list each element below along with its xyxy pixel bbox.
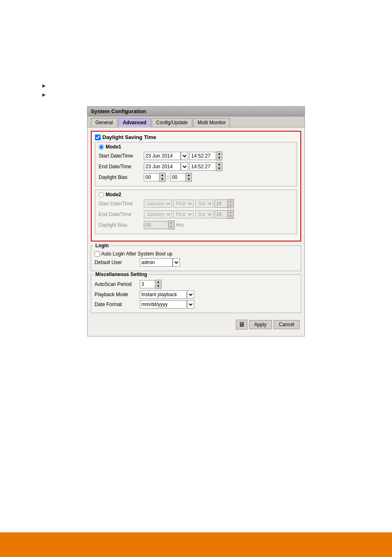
dst-section: Daylight Saving Time Mode1 Start Date/Ti… xyxy=(91,131,301,241)
dst-checkbox[interactable] xyxy=(95,135,101,140)
mode1-radio[interactable] xyxy=(99,144,104,150)
mode1-bias-h-up[interactable]: ▲ xyxy=(159,173,165,177)
default-user-label: Default User xyxy=(95,260,140,265)
autoscan-input[interactable] xyxy=(140,280,155,288)
mode2-start-hour-spinners: ▲ ▼ xyxy=(228,199,234,208)
bottom-bar xyxy=(0,532,392,557)
mode2-bias-up[interactable]: ▲ xyxy=(168,221,174,225)
autoscan-up[interactable]: ▲ xyxy=(155,280,161,284)
mode1-bias-h-input[interactable] xyxy=(144,173,159,181)
mode2-bias-group: ▲ ▼ xyxy=(144,220,175,230)
misc-section-title: Miscellaneous Setting xyxy=(94,272,149,277)
auto-login-label: Auto Login After System Boot up xyxy=(101,251,172,257)
mode1-start-time-up[interactable]: ▲ xyxy=(216,152,222,156)
default-user-dropdown[interactable]: admin xyxy=(173,258,180,267)
mode1-bias-m-up[interactable]: ▲ xyxy=(186,173,191,177)
help-icon: 🖥 xyxy=(238,321,245,328)
mode2-start-week[interactable]: First xyxy=(173,200,194,208)
mode2-bias-down[interactable]: ▼ xyxy=(168,225,174,229)
date-format-dropdown[interactable]: mm/dd/yyyy xyxy=(187,300,194,309)
mode2-end-hour-spinners: ▲ ▼ xyxy=(228,210,234,219)
playback-dropdown[interactable]: Instant playback xyxy=(187,290,194,299)
mode1-start-time-down[interactable]: ▼ xyxy=(216,156,222,160)
buttons-row: 🖥 Apply Cancel xyxy=(91,316,301,333)
playback-row: Playback Mode Instant playback xyxy=(95,290,297,299)
mode1-end-date-group xyxy=(144,162,188,171)
mode2-end-month[interactable]: January xyxy=(144,210,172,218)
mode1-end-label: End Date/Time xyxy=(99,164,144,169)
mode2-start-hour-up[interactable]: ▲ xyxy=(228,200,233,204)
mode1-end-time-group: ▲ ▼ xyxy=(189,162,222,171)
auto-login-checkbox[interactable] xyxy=(95,251,100,257)
default-user-input[interactable] xyxy=(140,258,173,267)
mode1-bias-m-input[interactable] xyxy=(170,173,186,181)
help-icon-btn[interactable]: 🖥 xyxy=(236,320,247,330)
mode1-end-date-input[interactable] xyxy=(144,162,181,171)
tabs-bar: General Advanced Config/Update Multi Mon… xyxy=(88,116,304,128)
mode1-start-time-input[interactable] xyxy=(189,152,216,160)
mode1-bias-h-group: ▲ ▼ xyxy=(144,173,166,182)
mode2-bias-spinners: ▲ ▼ xyxy=(168,220,175,230)
tab-advanced[interactable]: Advanced xyxy=(118,118,151,127)
date-format-row: Date Format mm/dd/yyyy xyxy=(95,300,297,309)
tab-config-update[interactable]: Config/Update xyxy=(152,118,192,127)
mode2-start-row: Start Date/Time January First Sun xyxy=(99,199,293,208)
mode2-end-hour-input[interactable] xyxy=(214,210,228,218)
bullet-item-2: ► xyxy=(41,91,367,98)
arrow-icon-2: ► xyxy=(41,91,47,98)
mode2-bias-row: Daylight Bias ▲ ▼ Hrs. xyxy=(99,220,293,230)
cancel-button[interactable]: Cancel xyxy=(274,320,300,329)
dialog-body: Daylight Saving Time Mode1 Start Date/Ti… xyxy=(88,128,304,336)
mode2-end-hour-down[interactable]: ▼ xyxy=(228,214,233,218)
autoscan-group: ▲ ▼ xyxy=(140,280,161,289)
mode2-bias-input[interactable] xyxy=(144,221,168,229)
mode1-bias-h-down[interactable]: ▼ xyxy=(159,177,165,181)
mode1-end-time-up[interactable]: ▲ xyxy=(216,162,222,167)
mode2-start-label: Start Date/Time xyxy=(99,201,144,207)
autoscan-row: AutoScan Period ▲ ▼ xyxy=(95,280,297,289)
mode2-start-hour-input[interactable] xyxy=(214,200,228,208)
mode2-end-row: End Date/Time January First Sun xyxy=(99,210,293,219)
mode1-bias-m-spinners: ▲ ▼ xyxy=(186,173,192,182)
dst-title-row: Daylight Saving Time xyxy=(95,134,297,140)
mode2-end-week[interactable]: First xyxy=(173,210,194,218)
mode2-start-hour-group: ▲ ▼ xyxy=(214,199,234,208)
playback-input[interactable] xyxy=(140,290,187,299)
mode1-start-date-group xyxy=(144,152,188,160)
default-user-row: Default User admin xyxy=(95,258,297,267)
dialog-titlebar: System Configuration xyxy=(88,107,304,116)
autoscan-down[interactable]: ▼ xyxy=(155,284,161,288)
mode1-bias-row: Daylight Bias ▲ ▼ : ▲ xyxy=(99,173,293,182)
mode1-start-date-dropdown[interactable] xyxy=(181,152,188,160)
mode1-start-label: Start Date/Time xyxy=(99,153,144,159)
mode1-bias-m-down[interactable]: ▼ xyxy=(186,177,191,181)
mode1-start-time-spinners: ▲ ▼ xyxy=(216,151,222,160)
mode2-start-hour-down[interactable]: ▼ xyxy=(228,204,233,208)
mode2-title: Mode2 xyxy=(99,192,293,197)
mode2-end-hour-up[interactable]: ▲ xyxy=(228,210,233,214)
dialog-title: System Configuration xyxy=(91,108,146,114)
apply-button[interactable]: Apply xyxy=(249,320,272,329)
mode2-start-month[interactable]: January xyxy=(144,200,172,208)
mode1-end-time-input[interactable] xyxy=(189,162,216,171)
playback-label: Playback Mode xyxy=(95,292,140,297)
mode1-end-date-dropdown[interactable] xyxy=(181,162,188,171)
mode2-end-label: End Date/Time xyxy=(99,211,144,217)
mode1-start-date-input[interactable] xyxy=(144,152,181,160)
mode1-group: Mode1 Start Date/Time xyxy=(95,142,297,186)
tab-multi-monitor[interactable]: Multi Monitor xyxy=(193,118,231,127)
arrow-icon-1: ► xyxy=(41,82,47,89)
dst-checkbox-label[interactable]: Daylight Saving Time xyxy=(95,134,156,140)
mode1-end-time-down[interactable]: ▼ xyxy=(216,167,222,171)
date-format-input[interactable] xyxy=(140,300,187,309)
mode2-end-day[interactable]: Sun xyxy=(195,210,213,218)
mode1-title: Mode1 xyxy=(99,144,293,150)
bullet-list: ► ► xyxy=(41,82,367,98)
mode2-start-day[interactable]: Sun xyxy=(195,200,213,208)
mode1-bias-label: Daylight Bias xyxy=(99,174,144,180)
mode2-group: Mode2 Start Date/Time January First xyxy=(95,190,297,234)
tab-general[interactable]: General xyxy=(91,118,118,127)
mode2-radio[interactable] xyxy=(99,192,104,197)
mode1-start-time-group: ▲ ▼ xyxy=(189,151,222,160)
login-section: Login Auto Login After System Boot up De… xyxy=(91,246,301,271)
